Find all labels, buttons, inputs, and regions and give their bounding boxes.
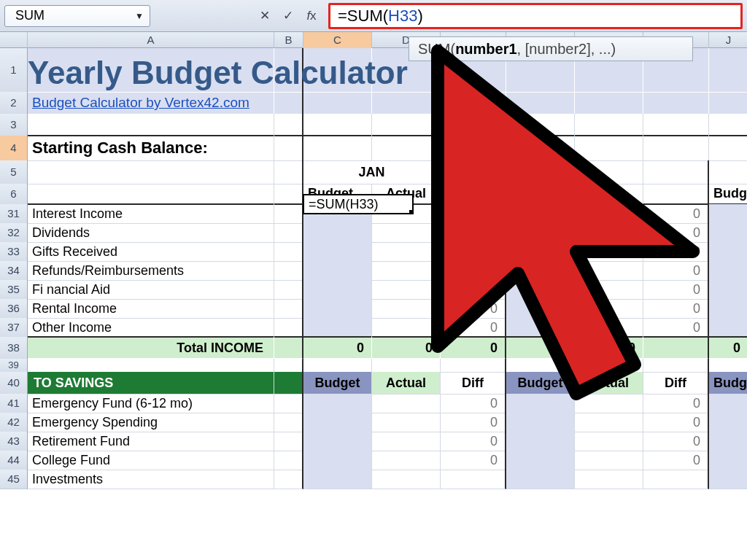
col-J[interactable]: J: [709, 32, 747, 48]
row-head-3[interactable]: 3: [0, 114, 28, 136]
row-43[interactable]: 43 Retirement Fund 0 0: [0, 432, 747, 451]
savings-item[interactable]: Investments: [28, 470, 274, 489]
income-item[interactable]: Dividends: [28, 223, 274, 243]
row-45[interactable]: 45 Investments: [0, 470, 747, 489]
row-head-1[interactable]: 1: [0, 48, 28, 93]
row-3[interactable]: 3: [0, 114, 747, 136]
row-44[interactable]: 44 College Fund 0 0: [0, 451, 747, 470]
row-head-4[interactable]: 4: [0, 136, 28, 161]
row-35[interactable]: 35 Fi nancial Aid 0 0: [0, 280, 747, 299]
row-34[interactable]: 34 Refunds/Reimbursements 0 0: [0, 261, 747, 280]
starting-balance-label: Starting Cash Balance:: [28, 136, 274, 161]
formula-tooltip: SUM(number1, [number2], ...): [409, 36, 693, 61]
month-jan-header: JAN: [303, 160, 441, 184]
income-item[interactable]: Refunds/Reimbursements: [28, 261, 274, 281]
row-37[interactable]: 37 Other Income 0 0: [0, 318, 747, 337]
row-36[interactable]: 36 Rental Income 0 0: [0, 299, 747, 318]
total-income-label: Total INCOME: [28, 337, 274, 359]
row-39[interactable]: 39: [0, 359, 747, 372]
page-title: Yearly Budget Calculator: [28, 48, 274, 93]
col-C[interactable]: C: [303, 32, 372, 48]
row-38[interactable]: 38 Total INCOME 0 0 0 0 0 0: [0, 337, 747, 359]
cancel-icon[interactable]: ✕: [255, 7, 274, 26]
row-2[interactable]: 2 Budget Calculator by Vertex42.com: [0, 92, 747, 114]
savings-section-header: TO SAVINGS: [28, 372, 274, 394]
row-40[interactable]: 40 TO SAVINGS Budget Actual Diff Budget …: [0, 372, 747, 394]
name-box[interactable]: SUM ▼: [4, 5, 150, 27]
income-item[interactable]: Fi nancial Aid: [28, 280, 274, 300]
col-A[interactable]: A: [28, 32, 274, 48]
row-42[interactable]: 42 Emergency Spending 0 0: [0, 413, 747, 432]
income-item[interactable]: Rental Income: [28, 299, 274, 319]
savings-item[interactable]: College Fund: [28, 451, 274, 470]
formula-input[interactable]: =SUM(H33): [328, 3, 743, 29]
savings-item[interactable]: Emergency Spending: [28, 413, 274, 432]
row-head-6[interactable]: 6: [0, 184, 28, 205]
enter-icon[interactable]: ✓: [279, 7, 298, 26]
formula-bar: SUM ▼ ✕ ✓ fx =SUM(H33): [0, 0, 747, 32]
row-41[interactable]: 41 Emergency Fund (6-12 mo) 0 0: [0, 394, 747, 413]
vertex42-link[interactable]: Budget Calculator by Vertex42.com: [32, 95, 249, 110]
row-5[interactable]: 5 JAN MA: [0, 160, 747, 184]
savings-item[interactable]: Emergency Fund (6-12 mo): [28, 394, 274, 413]
formula-bar-buttons: ✕ ✓ fx: [255, 7, 321, 26]
row-32[interactable]: 32 Dividends 0 0: [0, 223, 747, 242]
income-item[interactable]: Other Income: [28, 318, 274, 338]
active-cell-editor[interactable]: =SUM(H33): [303, 194, 414, 214]
row-33[interactable]: 33 Gifts Received 0 0: [0, 242, 747, 261]
select-all-corner[interactable]: [0, 32, 28, 48]
row-head-2[interactable]: 2: [0, 92, 28, 114]
spreadsheet-grid[interactable]: 1 Yearly Budget Calculator 2 Budget Calc…: [0, 48, 747, 489]
col-B[interactable]: B: [274, 32, 303, 48]
chevron-down-icon[interactable]: ▼: [135, 11, 144, 21]
income-item[interactable]: Gifts Received: [28, 242, 274, 262]
income-item[interactable]: Interest Income: [28, 204, 274, 224]
row-4[interactable]: 4 Starting Cash Balance:: [0, 136, 747, 160]
name-box-value: SUM: [15, 8, 44, 23]
savings-item[interactable]: Retirement Fund: [28, 432, 274, 451]
row-head-5[interactable]: 5: [0, 160, 28, 184]
fx-icon[interactable]: fx: [302, 7, 321, 26]
